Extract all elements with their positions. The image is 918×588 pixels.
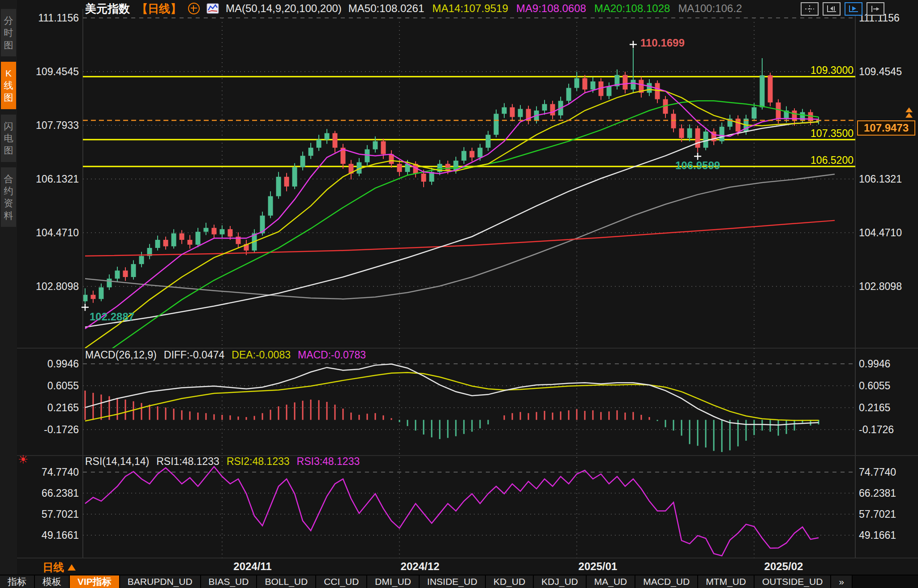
tab-kdj-ud[interactable]: KDJ_UD	[534, 575, 587, 588]
tab-barupdn-ud[interactable]: BARUPDN_UD	[120, 575, 201, 588]
tab-bias-ud[interactable]: BIAS_UD	[201, 575, 257, 588]
macd-header: MACD(26,12,9) DIFF:-0.0474 DEA:-0.0083 M…	[85, 349, 366, 361]
rsi-params[interactable]: RSI(14,14,14)	[85, 456, 149, 468]
toolbar-scale-left-button[interactable]	[823, 2, 841, 16]
symbol-title: 美元指数	[85, 1, 130, 16]
ma-value-2: MA9:108.0608	[516, 2, 586, 15]
add-indicator-icon[interactable]	[188, 3, 200, 14]
toolbar-scale-play-button[interactable]	[845, 2, 862, 16]
tab-indicators[interactable]: 指标	[0, 575, 35, 588]
ma-value-4: MA100:106.2	[678, 2, 742, 15]
sidebar: 分 时 图K 线 图闪 电 图合 约 资 料	[0, 0, 17, 575]
rsi2-value: RSI2:48.1233	[227, 456, 290, 468]
period-selector-label: 日线	[43, 560, 64, 575]
macd-value: MACD:-0.0783	[298, 349, 366, 361]
sidebar-item-kline-chart[interactable]: K 线 图	[1, 62, 16, 109]
tab-macd-ud[interactable]: MACD_UD	[635, 575, 698, 588]
ma-value-1: MA14:107.9519	[432, 2, 508, 15]
rsi-line	[85, 467, 819, 556]
diff-line	[85, 364, 819, 425]
tab-boll-ud[interactable]: BOLL_UD	[257, 575, 316, 588]
ma-line-MA20	[85, 101, 819, 367]
toolbar-shift-right-button[interactable]	[867, 2, 884, 16]
ma-value-0: MA50:108.0261	[348, 2, 424, 15]
rsi-header: RSI(14,14,14) RSI1:48.1233 RSI2:48.1233 …	[85, 456, 360, 468]
macd-diff-value: DIFF:-0.0474	[164, 349, 225, 361]
sidebar-item-lightning-chart[interactable]: 闪 电 图	[1, 115, 16, 162]
tab-mtm-ud[interactable]: MTM_UD	[698, 575, 755, 588]
rsi-pane	[85, 467, 819, 556]
current-price-box: 107.9473	[857, 120, 915, 136]
sidebar-item-contract-info[interactable]: 合 约 资 料	[1, 167, 16, 227]
candlesticks	[83, 48, 821, 303]
period-label: 【日线】	[137, 1, 181, 16]
chart-header: 美元指数 【日线】 MA(50,14,9,20,100,200) MA50:10…	[85, 1, 742, 16]
price-chart-canvas[interactable]	[0, 0, 918, 588]
tab-ma-ud[interactable]: MA_UD	[587, 575, 636, 588]
tab-cci-ud[interactable]: CCI_UD	[316, 575, 367, 588]
sidebar-item-time-share-chart[interactable]: 分 时 图	[1, 9, 16, 56]
ma-value-3: MA20:108.1028	[594, 2, 670, 15]
macd-params[interactable]: MACD(26,12,9)	[85, 349, 157, 361]
tab-vip-indicators[interactable]: VIP指标	[70, 575, 120, 588]
toolbar-pan-button[interactable]	[801, 2, 819, 16]
current-price-value: 107.9473	[864, 122, 909, 134]
ma-line-MA50	[85, 122, 819, 327]
tab-outside-ud[interactable]: OUTSIDE_UD	[755, 575, 831, 588]
price-up-arrow-icon	[905, 107, 913, 118]
tab-dmi-ud[interactable]: DMI_UD	[367, 575, 420, 588]
rsi3-value: RSI3:48.1233	[297, 456, 360, 468]
macd-pane	[85, 364, 819, 452]
tab-templates[interactable]: 模板	[35, 575, 70, 588]
triangle-up-icon	[68, 564, 76, 571]
tab-more[interactable]: »	[831, 575, 853, 588]
trading-terminal: 分 时 图K 线 图闪 电 图合 约 资 料 美元指数 【日线】 MA(50,1…	[0, 0, 918, 588]
ma-values: MA50:108.0261MA14:107.9519MA9:108.0608MA…	[348, 2, 742, 15]
alert-sun-icon[interactable]: ☀	[18, 453, 28, 467]
ma-settings[interactable]: MA(50,14,9,20,100,200)	[226, 2, 342, 15]
indicator-tab-bar: 指标模板VIP指标BARUPDN_UDBIAS_UDBOLL_UDCCI_UDD…	[0, 575, 918, 588]
macd-dea-value: DEA:-0.0083	[232, 349, 291, 361]
period-selector[interactable]: 日线	[43, 560, 76, 575]
mini-chart-icon[interactable]	[206, 3, 219, 14]
tab-inside-ud[interactable]: INSIDE_UD	[420, 575, 486, 588]
high-marker-cross	[630, 41, 637, 48]
rsi1-value: RSI1:48.1233	[156, 456, 219, 468]
chart-toolbar	[801, 2, 884, 16]
tab-kd-ud[interactable]: KD_UD	[486, 575, 534, 588]
low-marker-cross	[694, 153, 701, 160]
